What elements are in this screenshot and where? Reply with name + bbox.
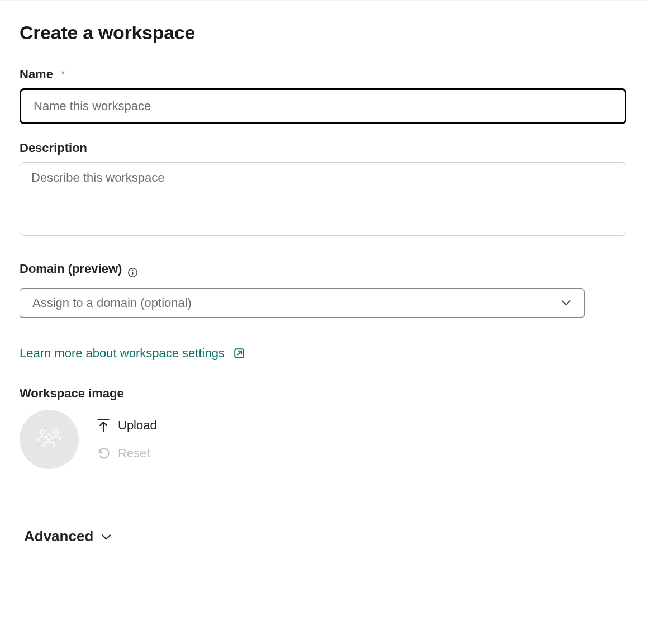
upload-label: Upload xyxy=(118,418,157,433)
workspace-image-label: Workspace image xyxy=(20,386,626,401)
domain-field-group: Domain (preview) Assign to a domain (opt… xyxy=(20,262,626,318)
svg-point-1 xyxy=(132,269,134,271)
required-indicator: * xyxy=(61,69,64,79)
workspace-image-section: Workspace image xyxy=(20,386,626,469)
learn-more-link[interactable]: Learn more about workspace settings xyxy=(20,346,246,361)
description-input[interactable] xyxy=(20,162,626,236)
workspace-avatar-placeholder xyxy=(20,410,79,469)
svg-rect-2 xyxy=(132,272,134,275)
info-icon[interactable] xyxy=(127,267,138,278)
upload-icon xyxy=(97,418,110,433)
name-label: Name xyxy=(20,67,53,82)
reset-label: Reset xyxy=(118,446,150,461)
domain-label: Domain (preview) xyxy=(20,262,122,276)
people-group-icon xyxy=(36,428,63,451)
name-field-group: Name * xyxy=(20,67,626,124)
reset-icon xyxy=(97,447,110,460)
name-input[interactable] xyxy=(20,88,626,124)
learn-more-text: Learn more about workspace settings xyxy=(20,346,225,361)
description-field-group: Description xyxy=(20,141,626,238)
chevron-down-icon xyxy=(100,531,112,543)
svg-point-5 xyxy=(54,430,58,434)
external-link-icon xyxy=(232,347,246,360)
page-title: Create a workspace xyxy=(20,22,626,44)
advanced-toggle[interactable]: Advanced xyxy=(20,525,117,547)
svg-point-4 xyxy=(40,430,45,434)
description-label: Description xyxy=(20,141,87,155)
domain-select[interactable]: Assign to a domain (optional) xyxy=(20,288,585,318)
reset-button: Reset xyxy=(97,444,157,463)
upload-button[interactable]: Upload xyxy=(97,416,157,435)
svg-point-6 xyxy=(47,435,52,440)
advanced-label: Advanced xyxy=(24,528,93,545)
section-divider xyxy=(20,495,595,495)
